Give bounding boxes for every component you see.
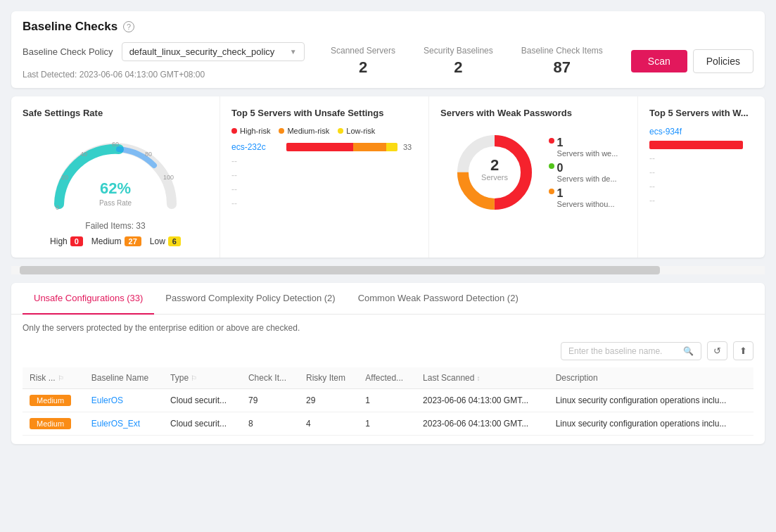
check-items-0: 79 [241, 389, 299, 412]
table-notice: Only the servers protected by the enterp… [23, 323, 753, 333]
high-label: High [50, 236, 68, 246]
svg-text:40: 40 [80, 151, 87, 158]
bar-row-4: -- [231, 198, 417, 208]
check-items-1: 8 [241, 412, 299, 436]
tab-common-weak-password[interactable]: Common Weak Password Detection (2) [347, 283, 530, 315]
scanned-servers-value: 2 [331, 58, 395, 77]
svg-text:2: 2 [490, 156, 498, 174]
chevron-down-icon: ▼ [290, 48, 297, 56]
description-1: Linux security configuration operations … [549, 412, 753, 436]
baseline-link-1[interactable]: EulerOS_Ext [91, 419, 140, 429]
last-detected: Last Detected: 2023-06-06 04:13:00 GMT+0… [23, 70, 305, 80]
search-placeholder: Enter the baseline name. [568, 346, 662, 356]
donut-chart: 2 Servers [449, 127, 540, 218]
scanned-servers-stat: Scanned Servers 2 [331, 46, 395, 77]
bar-row-0: ecs-232c 33 [231, 142, 417, 152]
low-label: Low [150, 236, 165, 246]
donut-legend: 1 Servers with we... 0 Servers with de..… [549, 137, 618, 208]
tab-password-complexity[interactable]: Password Complexity Policy Detection (2) [154, 283, 346, 315]
medium-value: 27 [125, 236, 141, 246]
col-risky-item: Risky Item [299, 367, 358, 389]
page-title: Baseline Checks [23, 20, 117, 34]
bar-row-2: -- [231, 170, 417, 180]
col-description: Description [549, 367, 753, 389]
refresh-button[interactable]: ↺ [707, 341, 727, 360]
last-scanned-1: 2023-06-06 04:13:00 GMT... [416, 412, 549, 436]
baseline-link-0[interactable]: EulerOS [91, 395, 123, 405]
svg-text:0: 0 [56, 204, 59, 211]
risk-tag-0: Medium [30, 395, 71, 406]
last-scanned-0: 2023-06-06 04:13:00 GMT... [416, 389, 549, 412]
col-type[interactable]: Type ⚐ [163, 367, 241, 389]
top5-weak-title: Top 5 Servers with W... [649, 108, 753, 118]
scanned-servers-label: Scanned Servers [331, 46, 395, 56]
safe-settings-panel: Safe Settings Rate 0 20 40 60 80 100 [11, 96, 220, 258]
top5-unsafe-panel: Top 5 Servers with Unsafe Settings High-… [220, 96, 429, 258]
svg-text:100: 100 [163, 174, 174, 181]
baseline-check-items-stat: Baseline Check Items 87 [521, 46, 603, 77]
baseline-check-items-value: 87 [521, 58, 603, 77]
horizontal-scrollbar[interactable] [11, 266, 765, 274]
legend-low-risk: Low-risk [338, 127, 375, 135]
svg-text:20: 20 [61, 174, 68, 181]
weak-passwords-title: Servers with Weak Passwords [440, 108, 626, 118]
bar-row-1: -- [231, 156, 417, 166]
type-filter-icon[interactable]: ⚐ [191, 374, 197, 382]
scan-button[interactable]: Scan [631, 50, 687, 72]
help-icon[interactable]: ? [123, 21, 134, 32]
table-row: Medium EulerOS Cloud securit... 79 29 1 … [23, 389, 753, 412]
bar-row-3: -- [231, 184, 417, 194]
col-baseline-name: Baseline Name [84, 367, 163, 389]
policies-button[interactable]: Policies [693, 49, 753, 73]
safe-settings-title: Safe Settings Rate [23, 108, 208, 118]
risk-tag-1: Medium [30, 418, 71, 429]
svg-text:62%: 62% [100, 179, 131, 197]
affected-1: 1 [358, 412, 416, 436]
top5-weak-row-0: ecs-934f [649, 127, 753, 137]
risky-item-1: 4 [299, 412, 358, 436]
policy-value: default_linux_security_check_policy [129, 46, 275, 57]
search-icon: 🔍 [683, 346, 694, 356]
affected-0: 1 [358, 389, 416, 412]
medium-label: Medium [91, 236, 122, 246]
tabs-body: Only the servers protected by the enterp… [11, 315, 765, 444]
tabs-container: Unsafe Configurations (33) Password Comp… [11, 283, 765, 444]
sort-icon[interactable]: ↕ [476, 374, 480, 382]
col-last-scanned[interactable]: Last Scanned ↕ [416, 367, 549, 389]
low-badge: Low 6 [150, 236, 181, 246]
weak-passwords-panel: Servers with Weak Passwords 2 Servers [429, 96, 638, 258]
security-baselines-value: 2 [424, 58, 493, 77]
svg-text:Servers: Servers [481, 173, 508, 182]
top5-weak-panel: Top 5 Servers with W... ecs-934f -- -- -… [638, 96, 765, 258]
search-input-wrapper[interactable]: Enter the baseline name. 🔍 [561, 342, 701, 360]
svg-text:60: 60 [112, 141, 119, 148]
svg-text:Pass Rate: Pass Rate [99, 199, 132, 207]
table-row: Medium EulerOS_Ext Cloud securit... 8 4 … [23, 412, 753, 436]
security-baselines-stat: Security Baselines 2 [424, 46, 493, 77]
high-badge: High 0 [50, 236, 83, 246]
table-toolbar: Enter the baseline name. 🔍 ↺ ⬆ [23, 341, 753, 360]
legend-high-risk: High-risk [231, 127, 270, 135]
gauge-chart: 0 20 40 60 80 100 62% Pass Rate [45, 127, 186, 218]
col-risk[interactable]: Risk ... ⚐ [23, 367, 84, 389]
col-affected: Affected... [358, 367, 416, 389]
policy-select[interactable]: default_linux_security_check_policy ▼ [122, 42, 305, 61]
legend-medium-risk: Medium-risk [279, 127, 329, 135]
type-0: Cloud securit... [163, 389, 241, 412]
configurations-table: Risk ... ⚐ Baseline Name Type ⚐ Check It… [23, 367, 753, 436]
policy-label: Baseline Check Policy [23, 46, 113, 57]
security-baselines-label: Security Baselines [424, 46, 493, 56]
svg-text:80: 80 [145, 151, 152, 158]
type-1: Cloud securit... [163, 412, 241, 436]
low-value: 6 [168, 236, 181, 246]
description-0: Linux security configuration operations … [549, 389, 753, 412]
failed-items: Failed Items: 33 [85, 221, 145, 231]
col-check-items: Check It... [241, 367, 299, 389]
export-button[interactable]: ⬆ [733, 341, 753, 360]
filter-icon[interactable]: ⚐ [58, 374, 64, 382]
high-value: 0 [70, 236, 83, 246]
top5-unsafe-title: Top 5 Servers with Unsafe Settings [231, 108, 417, 118]
tabs-header: Unsafe Configurations (33) Password Comp… [11, 283, 765, 315]
risky-item-0: 29 [299, 389, 358, 412]
tab-unsafe-configurations[interactable]: Unsafe Configurations (33) [23, 283, 154, 315]
